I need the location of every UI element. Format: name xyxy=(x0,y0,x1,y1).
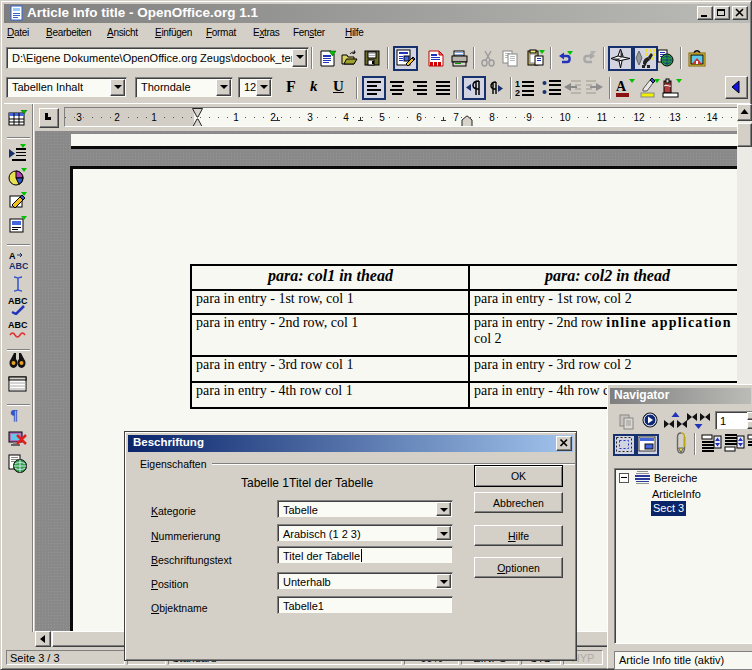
svg-text:ABC: ABC xyxy=(8,320,28,330)
svg-text:A: A xyxy=(9,251,16,261)
svg-text:A: A xyxy=(616,79,627,94)
svg-text:ABC: ABC xyxy=(9,261,28,270)
svg-text:ABC: ABC xyxy=(8,296,28,306)
svg-text:2: 2 xyxy=(515,88,520,98)
